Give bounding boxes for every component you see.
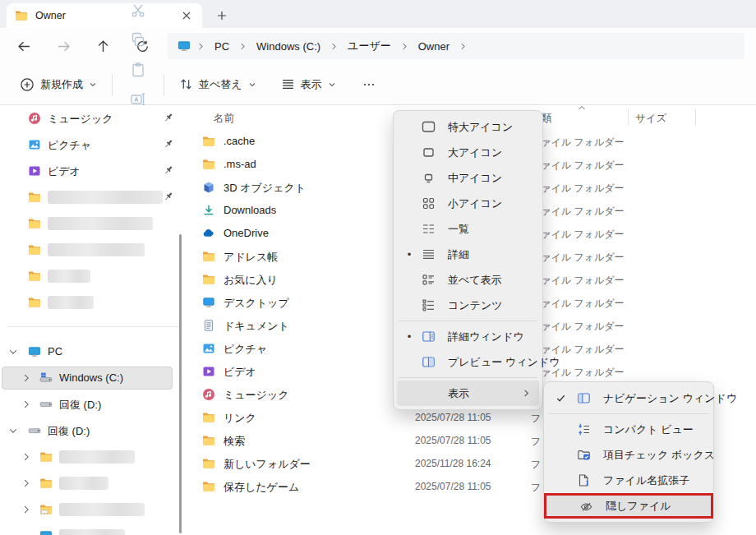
see-more-button[interactable]: [354, 70, 384, 99]
column-divider[interactable]: [695, 109, 696, 126]
chevron-right-icon[interactable]: [20, 450, 33, 464]
pc-icon: [28, 345, 41, 358]
forward-button[interactable]: [49, 33, 77, 59]
chevron-right-icon[interactable]: [20, 371, 33, 385]
sidebar-item-Windows (C:)[interactable]: Windows (C:): [0, 365, 187, 391]
sidebar-scrollbar[interactable]: [179, 234, 182, 533]
chevron-down-icon[interactable]: [7, 345, 20, 358]
explorer-tab[interactable]: Owner: [7, 3, 202, 28]
menu-item-詳細ウィンドウ[interactable]: •詳細ウィンドウ: [397, 324, 539, 349]
menu-item-大アイコン[interactable]: 大アイコン: [397, 140, 539, 165]
chevron-down-icon[interactable]: [7, 424, 20, 437]
tab-bar: Owner: [0, 0, 756, 28]
sidebar-item-redacted[interactable]: [0, 210, 187, 237]
breadcrumb-chevron-icon[interactable]: [456, 43, 470, 50]
menu-item-中アイコン[interactable]: 中アイコン: [397, 165, 539, 191]
cut-button[interactable]: [122, 0, 154, 25]
menu-item-プレビュー ウィンドウ[interactable]: プレビュー ウィンドウ: [397, 349, 539, 375]
drive-icon: [28, 424, 41, 437]
medium-icons-icon: [422, 171, 436, 185]
redacted-label: [48, 243, 145, 256]
menu-item-特大アイコン[interactable]: 特大アイコン: [397, 114, 539, 140]
menu-separator: [549, 413, 708, 414]
menu-item-コンパクト ビュー[interactable]: コンパクト ビュー: [547, 417, 710, 442]
folder-icon: [28, 270, 41, 283]
breadcrumb[interactable]: PCWindows (C:)ユーザーOwner: [168, 33, 744, 59]
menu-item-label: ナビゲーション ウィンドウ: [603, 391, 737, 406]
file-name: デスクトップ: [224, 296, 289, 311]
sidebar-item-ビデオ[interactable]: ビデオ: [0, 158, 187, 184]
music-icon: [202, 388, 215, 401]
menu-item-ファイル名拡張子[interactable]: ファイル名拡張子: [547, 468, 710, 493]
breadcrumb-item[interactable]: Owner: [412, 37, 456, 56]
chevron-right-icon[interactable]: [20, 398, 33, 411]
folder-icon: [202, 158, 215, 171]
new-button-label: 新規作成: [40, 77, 83, 92]
copy-icon: [130, 32, 146, 48]
column-divider[interactable]: [628, 109, 629, 126]
file-type: ファイル フォルダー: [531, 320, 625, 334]
sidebar-item-PC[interactable]: PC: [0, 339, 187, 365]
tab-close-icon[interactable]: [179, 8, 194, 23]
sidebar-item-redacted[interactable]: [0, 496, 187, 523]
view-lines-icon: [281, 77, 295, 91]
chevron-right-icon[interactable]: [20, 503, 33, 516]
menu-item-隠しファイル[interactable]: 隠しファイル: [544, 493, 713, 519]
paste-button[interactable]: [122, 55, 154, 85]
breadcrumb-item[interactable]: ユーザー: [341, 35, 398, 57]
file-name: OneDrive: [224, 227, 269, 239]
copy-button[interactable]: [122, 25, 154, 55]
view-options-submenu: ナビゲーション ウィンドウコンパクト ビュー項目チェック ボックスファイル名拡張…: [543, 381, 714, 523]
list-view-icon: [422, 222, 436, 236]
sidebar-item-label: ピクチャ: [48, 138, 91, 153]
menu-item-ナビゲーション ウィンドウ[interactable]: ナビゲーション ウィンドウ: [547, 385, 710, 411]
back-button[interactable]: [10, 33, 38, 59]
menu-item-項目チェック ボックス[interactable]: 項目チェック ボックス: [547, 442, 710, 468]
sidebar-item-回復 (D:)[interactable]: 回復 (D:): [0, 417, 187, 444]
menu-item-label: 並べて表示: [448, 273, 502, 288]
menu-item-label: コンテンツ: [448, 298, 503, 313]
sort-ascending-caret: [577, 104, 587, 113]
chevron-right-icon[interactable]: [20, 477, 33, 490]
up-button[interactable]: [89, 33, 117, 59]
sidebar-item-ミュージック[interactable]: ミュージック: [0, 105, 187, 131]
extra-large-icons-icon: [422, 120, 436, 134]
sort-button[interactable]: 並べ替え: [171, 70, 265, 99]
sidebar-item-redacted[interactable]: [0, 523, 187, 535]
preview-pane-icon: [422, 355, 436, 369]
new-button[interactable]: 新規作成: [12, 70, 105, 99]
menu-item-小アイコン[interactable]: 小アイコン: [397, 191, 539, 216]
cloud-icon: [202, 227, 215, 240]
sidebar-item-redacted[interactable]: [0, 444, 187, 470]
breadcrumb-item[interactable]: PC: [208, 37, 236, 56]
sidebar-item-redacted[interactable]: [0, 237, 187, 263]
sidebar-item-redacted[interactable]: [0, 289, 187, 316]
compact-view-icon: [577, 422, 591, 436]
sidebar-item-回復 (D:)[interactable]: 回復 (D:): [0, 391, 187, 417]
chevron-down-icon: [89, 81, 97, 89]
sidebar-item-ピクチャ[interactable]: ピクチャ: [0, 131, 187, 158]
sidebar-item-redacted[interactable]: [0, 470, 187, 496]
column-header-name[interactable]: 名前: [214, 112, 234, 126]
sidebar-item-label: ビデオ: [48, 164, 81, 179]
redacted-label: [48, 191, 163, 204]
sidebar-item-redacted[interactable]: [0, 263, 187, 289]
menu-item-コンテンツ[interactable]: コンテンツ: [397, 293, 539, 318]
folder-icon: [202, 457, 215, 470]
file-name: リンク: [224, 411, 256, 426]
redacted-label: [48, 296, 94, 309]
file-date-modified: 2025/11/28 16:24: [415, 458, 491, 469]
column-header-size[interactable]: サイズ: [635, 112, 666, 126]
menu-item-表示[interactable]: 表示: [397, 380, 539, 406]
sidebar-item-label: 回復 (D:): [48, 424, 90, 439]
menu-item-詳細[interactable]: •詳細: [397, 242, 539, 267]
breadcrumb-item[interactable]: Windows (C:): [250, 37, 327, 56]
new-tab-button[interactable]: [212, 7, 232, 25]
menu-item-一覧[interactable]: 一覧: [397, 216, 539, 242]
menu-item-並べて表示[interactable]: 並べて表示: [397, 267, 539, 293]
breadcrumb-chevron-icon: [327, 43, 341, 50]
view-button[interactable]: 表示: [273, 70, 344, 99]
sidebar-item-redacted[interactable]: [0, 184, 187, 210]
details-pane-icon: [422, 330, 436, 344]
redacted-label: [59, 529, 125, 535]
